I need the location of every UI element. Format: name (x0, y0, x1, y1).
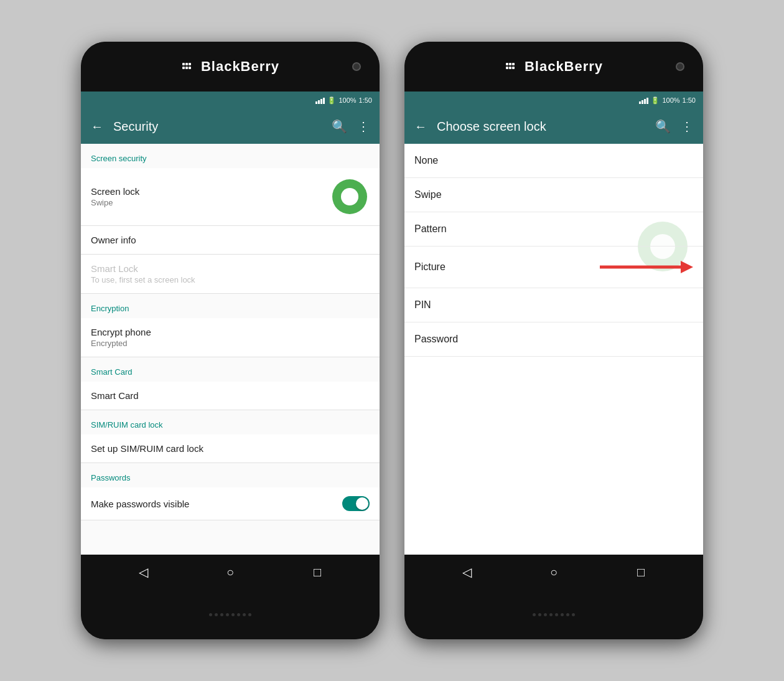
phone-bottom-shell-1 (81, 589, 380, 639)
screen-lock-title: Screen lock (91, 186, 325, 197)
camera-dot (352, 62, 361, 71)
section-sim: SIM/RUIM card lock (81, 410, 380, 434)
status-icons-2: 🔋 100% 1:50 (639, 96, 696, 105)
phone-top-shell: BlackBerry (81, 42, 380, 92)
header-actions-2: 🔍 ⋮ (655, 119, 693, 134)
more-icon-2[interactable]: ⋮ (681, 119, 693, 134)
search-icon-1[interactable]: 🔍 (332, 119, 347, 134)
phones-container: BlackBerry 🔋 100% 1:50 (68, 29, 716, 652)
lock-option-picture[interactable]: Picture (404, 247, 703, 288)
status-bar-2: 🔋 100% 1:50 (404, 92, 703, 109)
back-nav-2[interactable]: ◁ (454, 560, 479, 585)
signal-icon (315, 96, 325, 104)
svg-rect-4 (185, 67, 188, 69)
back-button-1[interactable]: ← (91, 120, 103, 134)
battery-level: 100% (338, 96, 356, 104)
sim-lock-title: Set up SIM/RUIM card lock (91, 443, 370, 454)
encrypt-phone-item[interactable]: Encrypt phone Encrypted (81, 318, 380, 357)
svg-rect-3 (182, 67, 185, 69)
svg-point-7 (341, 188, 358, 205)
svg-rect-1 (185, 63, 188, 65)
smart-lock-item: Smart Lock To use, first set a screen lo… (81, 255, 380, 294)
phone-bottom-shell-2 (404, 589, 703, 639)
battery-icon-2: 🔋 (651, 96, 660, 105)
lock-option-swipe[interactable]: Swipe (404, 178, 703, 212)
time-display: 1:50 (359, 96, 372, 104)
svg-rect-2 (189, 63, 191, 65)
signal-icon-2 (639, 96, 648, 104)
camera-dot-2 (676, 62, 684, 71)
page-title-1: Security (113, 120, 332, 134)
owner-info-item[interactable]: Owner info (81, 226, 380, 255)
svg-rect-0 (182, 63, 185, 65)
make-passwords-visible-item[interactable]: Make passwords visible (81, 487, 380, 520)
section-screen-security: Screen security (81, 144, 380, 168)
screen-lock-list: None Swipe Pattern Picture (404, 144, 703, 555)
recents-nav-2[interactable]: □ (628, 560, 653, 585)
page-title-2: Choose screen lock (437, 120, 655, 134)
lock-option-password[interactable]: Password (404, 322, 703, 357)
smart-lock-title: Smart Lock (91, 263, 370, 274)
passwords-visible-toggle[interactable] (342, 496, 370, 511)
sim-lock-item[interactable]: Set up SIM/RUIM card lock (81, 434, 380, 463)
lock-option-none[interactable]: None (404, 144, 703, 178)
section-encryption: Encryption (81, 294, 380, 318)
bottom-nav-1: ◁ ○ □ (81, 555, 380, 589)
svg-rect-13 (512, 67, 515, 69)
app-header-2: ← Choose screen lock 🔍 ⋮ (404, 109, 703, 144)
smart-lock-subtitle: To use, first set a screen lock (91, 275, 370, 284)
green-donut-icon (330, 177, 370, 217)
svg-rect-8 (506, 63, 508, 65)
encrypt-phone-subtitle: Encrypted (91, 339, 370, 348)
settings-content-1: Screen security Screen lock Swipe O (81, 144, 380, 555)
bottom-nav-2: ◁ ○ □ (404, 555, 703, 589)
back-nav-1[interactable]: ◁ (131, 560, 156, 585)
blackberry-brand-2: BlackBerry (505, 59, 603, 75)
toggle-knob (356, 497, 368, 510)
back-button-2[interactable]: ← (414, 120, 427, 134)
svg-rect-9 (509, 63, 511, 65)
phone-2: BlackBerry 🔋 100% 1:50 (404, 42, 703, 639)
battery-icon: 🔋 (327, 96, 336, 105)
svg-rect-10 (512, 63, 515, 65)
svg-rect-11 (506, 67, 508, 69)
screen-lock-subtitle: Swipe (91, 198, 325, 207)
lock-option-pin[interactable]: PIN (404, 288, 703, 322)
smart-card-item[interactable]: Smart Card (81, 382, 380, 410)
more-icon-1[interactable]: ⋮ (357, 119, 370, 134)
owner-info-title: Owner info (91, 235, 370, 245)
lock-option-pattern[interactable]: Pattern (404, 212, 703, 247)
smart-card-title: Smart Card (91, 390, 370, 401)
svg-rect-5 (189, 67, 191, 69)
battery-level-2: 100% (662, 96, 679, 104)
phone-2-screen: 🔋 100% 1:50 ← Choose screen lock 🔍 ⋮ (404, 92, 703, 589)
time-display-2: 1:50 (683, 96, 696, 104)
phone-top-shell-2: BlackBerry (404, 42, 703, 92)
red-arrow-icon (594, 258, 693, 276)
status-icons-1: 🔋 100% 1:50 (315, 96, 372, 105)
recents-nav-1[interactable]: □ (305, 560, 330, 585)
phone-1-screen: 🔋 100% 1:50 ← Security 🔍 ⋮ Screen securi… (81, 92, 380, 589)
svg-marker-17 (681, 261, 693, 273)
encrypt-phone-title: Encrypt phone (91, 327, 370, 337)
app-header-1: ← Security 🔍 ⋮ (81, 109, 380, 144)
make-passwords-title: Make passwords visible (91, 499, 342, 509)
home-nav-2[interactable]: ○ (541, 560, 566, 585)
search-icon-2[interactable]: 🔍 (655, 119, 671, 134)
screen-lock-item[interactable]: Screen lock Swipe (81, 168, 380, 226)
header-actions-1: 🔍 ⋮ (332, 119, 370, 134)
section-passwords: Passwords (81, 463, 380, 487)
phone-1: BlackBerry 🔋 100% 1:50 (81, 42, 380, 639)
speaker-grille-1 (209, 613, 251, 616)
blackberry-brand: BlackBerry (181, 59, 279, 75)
section-smart-card: Smart Card (81, 357, 380, 382)
svg-rect-12 (509, 67, 511, 69)
speaker-grille-2 (533, 613, 575, 616)
home-nav-1[interactable]: ○ (218, 560, 243, 585)
status-bar-1: 🔋 100% 1:50 (81, 92, 380, 109)
